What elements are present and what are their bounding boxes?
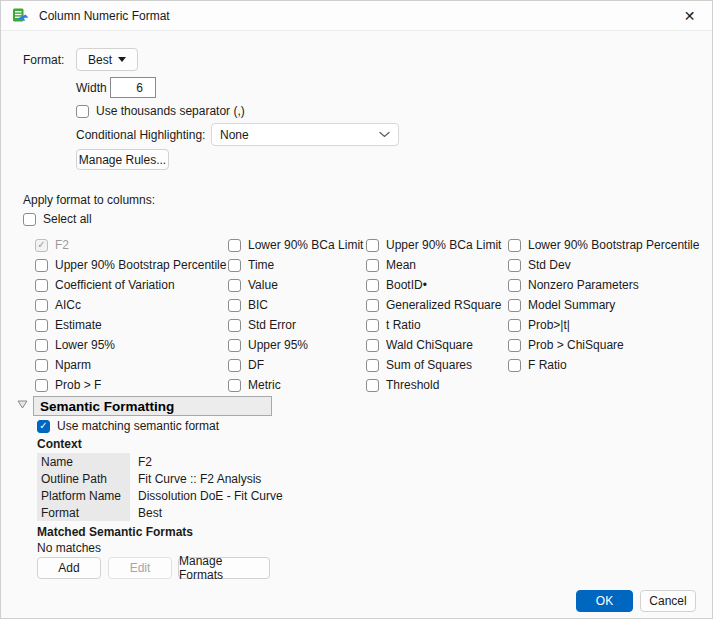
- format-dropdown[interactable]: Best: [76, 48, 138, 71]
- column-checkbox-item[interactable]: Threshold: [366, 378, 508, 392]
- checkbox-icon[interactable]: [508, 339, 521, 352]
- checkbox-checked-icon[interactable]: [37, 420, 50, 433]
- column-checkbox-item[interactable]: Estimate: [35, 318, 228, 332]
- column-checkbox-item[interactable]: AICc: [35, 298, 228, 312]
- column-checkbox-label: Wald ChiSquare: [386, 338, 473, 352]
- manage-formats-button[interactable]: Manage Formats: [178, 557, 270, 579]
- column-checkbox-item[interactable]: Std Dev: [508, 258, 703, 272]
- title-bar: Column Numeric Format ✕: [1, 1, 712, 31]
- column-checkbox-item[interactable]: BootID•: [366, 278, 508, 292]
- column-checkbox-item[interactable]: Lower 95%: [35, 338, 228, 352]
- column-checkbox-item[interactable]: Lower 90% BCa Limit: [228, 238, 366, 252]
- column-checkbox-item[interactable]: BIC: [228, 298, 366, 312]
- checkbox-icon[interactable]: [35, 279, 48, 292]
- context-row-value: Fit Curve :: F2 Analysis: [130, 472, 261, 486]
- column-checkbox-item[interactable]: Prob>|t|: [508, 318, 703, 332]
- column-checkbox-item[interactable]: Wald ChiSquare: [366, 338, 508, 352]
- checkbox-icon[interactable]: [228, 299, 241, 312]
- checkbox-icon[interactable]: [228, 279, 241, 292]
- checkbox-icon[interactable]: [35, 379, 48, 392]
- column-checkbox-item[interactable]: Model Summary: [508, 298, 703, 312]
- column-checkbox-label: Lower 90% Bootstrap Percentile: [528, 238, 699, 252]
- checkbox-icon[interactable]: [35, 299, 48, 312]
- column-checkbox-item[interactable]: Generalized RSquare: [366, 298, 508, 312]
- disclosure-triangle-icon[interactable]: [17, 400, 28, 409]
- column-checkbox-label: Std Error: [248, 318, 296, 332]
- column-checkbox-item[interactable]: Value: [228, 278, 366, 292]
- width-input[interactable]: 6: [110, 77, 156, 98]
- select-all-label: Select all: [43, 212, 92, 226]
- checkbox-icon[interactable]: [366, 339, 379, 352]
- checkbox-icon[interactable]: [35, 359, 48, 372]
- checkbox-icon[interactable]: [366, 299, 379, 312]
- checkbox-icon[interactable]: [228, 239, 241, 252]
- checkbox-icon[interactable]: [23, 213, 36, 226]
- checkbox-icon[interactable]: [366, 279, 379, 292]
- column-checkbox-item[interactable]: Nonzero Parameters: [508, 278, 703, 292]
- ok-button-label: OK: [596, 594, 613, 608]
- edit-button-label: Edit: [130, 561, 151, 575]
- checkbox-icon[interactable]: [35, 319, 48, 332]
- use-matching-checkbox[interactable]: Use matching semantic format: [37, 419, 219, 433]
- checkbox-icon[interactable]: [35, 339, 48, 352]
- add-button[interactable]: Add: [37, 557, 101, 579]
- checkbox-icon[interactable]: [508, 299, 521, 312]
- add-button-label: Add: [58, 561, 79, 575]
- column-checkbox-item[interactable]: Mean: [366, 258, 508, 272]
- context-heading: Context: [37, 437, 82, 451]
- checkbox-icon[interactable]: [366, 239, 379, 252]
- checkbox-icon[interactable]: [508, 239, 521, 252]
- column-checkbox-label: Prob > ChiSquare: [528, 338, 624, 352]
- column-checkbox-item[interactable]: Sum of Squares: [366, 358, 508, 372]
- column-checkbox-item[interactable]: Time: [228, 258, 366, 272]
- checkbox-icon[interactable]: [76, 105, 89, 118]
- checkbox-icon[interactable]: [366, 259, 379, 272]
- column-checkbox-item: F2: [35, 238, 228, 252]
- column-checkbox-item[interactable]: Lower 90% Bootstrap Percentile: [508, 238, 703, 252]
- checkbox-icon[interactable]: [366, 359, 379, 372]
- edit-button[interactable]: Edit: [108, 557, 172, 579]
- select-all-checkbox[interactable]: Select all: [23, 212, 92, 226]
- column-checkbox-item[interactable]: Upper 95%: [228, 338, 366, 352]
- column-checkbox-item[interactable]: DF: [228, 358, 366, 372]
- thousands-separator-checkbox[interactable]: Use thousands separator (,): [76, 104, 245, 118]
- column-checkbox-item[interactable]: Std Error: [228, 318, 366, 332]
- checkbox-icon[interactable]: [228, 359, 241, 372]
- semantic-formatting-header[interactable]: Semantic Formatting: [33, 396, 272, 416]
- column-checkbox-item[interactable]: Prob > F: [35, 378, 228, 392]
- column-checkbox-label: Upper 90% BCa Limit: [386, 238, 501, 252]
- checkbox-icon[interactable]: [228, 319, 241, 332]
- context-row-label: Outline Path: [37, 470, 130, 487]
- column-checkbox-item[interactable]: Upper 90% BCa Limit: [366, 238, 508, 252]
- checkbox-icon[interactable]: [366, 379, 379, 392]
- column-checkbox-item[interactable]: F Ratio: [508, 358, 703, 372]
- checkbox-icon[interactable]: [228, 259, 241, 272]
- checkbox-icon[interactable]: [508, 259, 521, 272]
- cancel-button[interactable]: Cancel: [640, 590, 696, 612]
- column-checkbox-item[interactable]: Nparm: [35, 358, 228, 372]
- checkbox-icon[interactable]: [508, 359, 521, 372]
- ok-button[interactable]: OK: [576, 590, 633, 612]
- column-checkbox-label: Metric: [248, 378, 281, 392]
- checkbox-icon[interactable]: [228, 339, 241, 352]
- column-checkbox-item[interactable]: Metric: [228, 378, 366, 392]
- column-checkbox-item[interactable]: Coefficient of Variation: [35, 278, 228, 292]
- conditional-highlighting-select[interactable]: None: [211, 123, 399, 146]
- column-checkbox-label: BootID•: [386, 278, 427, 292]
- checkbox-icon[interactable]: [228, 379, 241, 392]
- checkbox-icon[interactable]: [35, 259, 48, 272]
- column-checkbox-label: Prob > F: [55, 378, 101, 392]
- checkbox-icon[interactable]: [508, 319, 521, 332]
- window-title: Column Numeric Format: [39, 9, 170, 23]
- checkbox-icon[interactable]: [508, 279, 521, 292]
- app-icon: [12, 7, 29, 24]
- column-checkbox-item[interactable]: Prob > ChiSquare: [508, 338, 703, 352]
- checkbox-icon[interactable]: [366, 319, 379, 332]
- column-checkbox-item[interactable]: Upper 90% Bootstrap Percentile: [35, 258, 228, 272]
- manage-rules-button[interactable]: Manage Rules...: [76, 149, 169, 170]
- conditional-highlighting-label: Conditional Highlighting:: [76, 128, 205, 142]
- column-checkbox-label: t Ratio: [386, 318, 421, 332]
- thousands-separator-label: Use thousands separator (,): [96, 104, 245, 118]
- column-checkbox-item[interactable]: t Ratio: [366, 318, 508, 332]
- close-icon[interactable]: ✕: [667, 1, 712, 31]
